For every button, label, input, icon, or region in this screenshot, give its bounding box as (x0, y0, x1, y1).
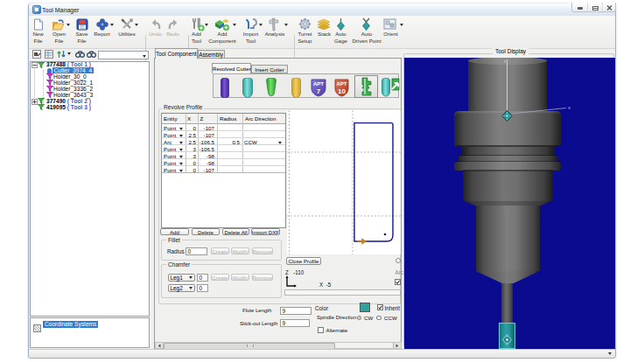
svg-text:APT: APT (337, 81, 347, 87)
svg-text:z: z (504, 59, 507, 64)
svg-text:10: 10 (338, 87, 346, 95)
svg-text:7: 7 (317, 87, 321, 95)
svg-text:x: x (568, 105, 570, 110)
svg-text:APT: APT (313, 81, 324, 87)
